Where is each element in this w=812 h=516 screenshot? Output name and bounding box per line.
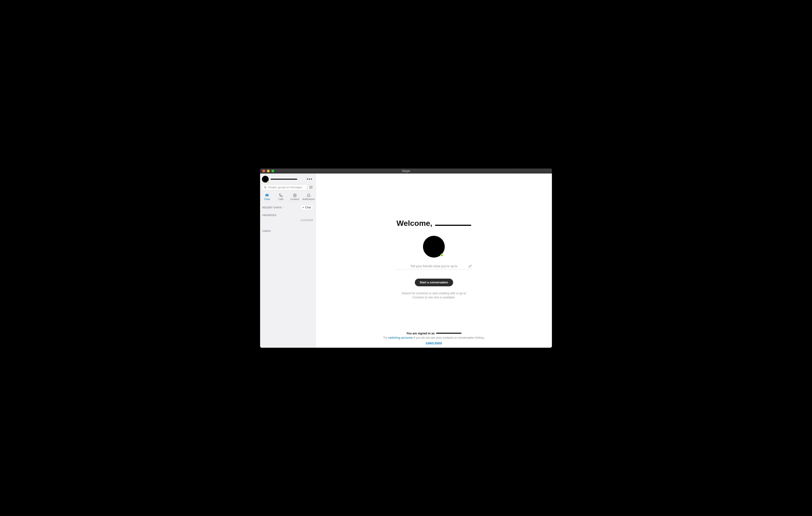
avatar-large[interactable]	[423, 236, 445, 257]
new-chat-label: Chat	[305, 206, 311, 209]
chats-icon	[265, 193, 269, 197]
welcome-title: Welcome,	[397, 219, 471, 227]
tab-label: Contacts	[290, 198, 299, 201]
mood-input[interactable]	[395, 264, 473, 268]
new-chat-button[interactable]: + Chat	[300, 205, 313, 210]
search-input[interactable]	[268, 186, 305, 189]
tab-label: Calls	[279, 198, 284, 201]
welcome-prefix: Welcome,	[397, 219, 432, 227]
sidebar: •••	[260, 174, 316, 348]
tab-calls[interactable]: Calls	[274, 192, 288, 202]
more-menu-button[interactable]: •••	[306, 178, 314, 181]
chats-header: CHATS	[260, 227, 316, 233]
tab-label: Chats	[264, 198, 270, 201]
calls-icon	[279, 193, 283, 197]
svg-point-6	[294, 194, 295, 195]
try-prefix: Try	[383, 336, 388, 339]
profile-row[interactable]: •••	[260, 174, 316, 184]
svg-rect-2	[265, 194, 268, 196]
welcome-block: Welcome, Start a conversation Search for…	[316, 219, 552, 299]
favorite-item[interactable]: 11/21/2018	[260, 217, 316, 223]
online-status-icon	[440, 254, 443, 256]
favorites-header: FAVORITES	[260, 212, 316, 217]
dialpad-icon	[310, 186, 313, 189]
contacts-icon	[293, 193, 297, 197]
signed-in-username	[436, 333, 462, 334]
app-window: Skype •••	[260, 169, 552, 348]
dialpad-button[interactable]	[308, 184, 314, 190]
window-title: Skype	[260, 169, 552, 173]
signed-in-as: You are signed in as	[406, 332, 461, 335]
switch-accounts-line: Try switching accounts if you do not see…	[316, 336, 552, 339]
learn-more-link[interactable]: Learn more	[426, 341, 442, 344]
nav-tabs: Chats Calls Contacts	[260, 192, 316, 202]
avatar[interactable]	[262, 176, 269, 183]
search-box[interactable]	[262, 184, 307, 190]
main-pane: Welcome, Start a conversation Search for…	[316, 174, 552, 348]
pencil-icon[interactable]	[468, 264, 472, 268]
tab-chats[interactable]: Chats	[260, 192, 274, 202]
bell-icon	[307, 193, 311, 197]
section-header-label: RECENT CHATS	[262, 206, 282, 209]
switching-accounts-link[interactable]: switching accounts	[388, 336, 413, 339]
start-conversation-button[interactable]: Start a conversation	[415, 279, 453, 286]
search-icon	[264, 186, 267, 189]
favorite-date: 11/21/2018	[300, 219, 313, 221]
tab-contacts[interactable]: Contacts	[288, 192, 302, 202]
svg-line-1	[266, 187, 266, 188]
tab-notifications[interactable]: Notifications	[302, 192, 316, 202]
recent-chats-header[interactable]: RECENT CHATS	[262, 206, 284, 209]
chevron-down-icon	[283, 207, 284, 208]
footer: You are signed in as Try switching accou…	[316, 332, 552, 344]
hint-text: Search for someone to start chatting wit…	[400, 291, 468, 299]
svg-rect-3	[266, 194, 268, 195]
tab-label: Notifications	[302, 198, 315, 201]
plus-icon: +	[302, 206, 304, 209]
try-suffix: if you do not see your contacts or conve…	[413, 336, 485, 339]
mood-row	[395, 264, 473, 270]
username-label	[270, 179, 297, 180]
welcome-name	[435, 225, 471, 226]
svg-point-0	[264, 186, 266, 188]
signed-in-prefix: You are signed in as	[406, 332, 435, 335]
titlebar: Skype	[260, 169, 552, 174]
online-status-icon	[267, 181, 269, 183]
